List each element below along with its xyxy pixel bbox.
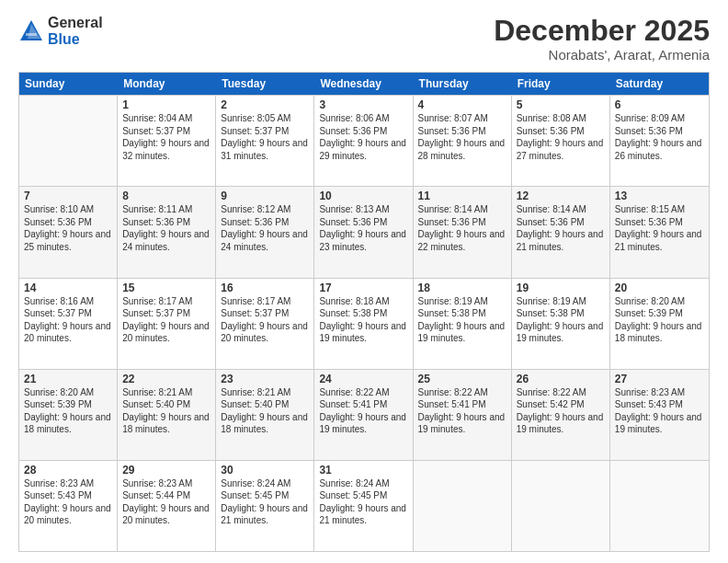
header-day-sunday: Sunday (19, 73, 118, 95)
month-year: December 2025 (494, 15, 710, 47)
cell-day-number: 18 (418, 282, 506, 294)
calendar-row-3: 21Sunrise: 8:20 AM Sunset: 5:39 PM Dayli… (19, 369, 709, 460)
cell-day-number: 21 (24, 373, 112, 385)
cell-info: Sunrise: 8:24 AM Sunset: 5:45 PM Dayligh… (221, 477, 309, 527)
day-cell-1: 1Sunrise: 8:04 AM Sunset: 5:37 PM Daylig… (118, 96, 216, 186)
cell-day-number: 11 (418, 190, 506, 202)
cell-info: Sunrise: 8:06 AM Sunset: 5:36 PM Dayligh… (319, 112, 407, 162)
cell-info: Sunrise: 8:13 AM Sunset: 5:36 PM Dayligh… (319, 203, 407, 253)
cell-day-number: 30 (221, 464, 309, 477)
day-cell-13: 13Sunrise: 8:15 AM Sunset: 5:36 PM Dayli… (610, 187, 709, 277)
svg-rect-2 (26, 33, 37, 36)
cell-info: Sunrise: 8:23 AM Sunset: 5:43 PM Dayligh… (615, 386, 704, 436)
cell-info: Sunrise: 8:05 AM Sunset: 5:37 PM Dayligh… (221, 112, 309, 162)
page-container: General Blue December 2025 Norabats', Ar… (0, 0, 728, 563)
cell-info: Sunrise: 8:09 AM Sunset: 5:36 PM Dayligh… (615, 112, 704, 162)
day-cell-17: 17Sunrise: 8:18 AM Sunset: 5:38 PM Dayli… (314, 279, 413, 369)
day-cell-5: 5Sunrise: 8:08 AM Sunset: 5:36 PM Daylig… (512, 96, 610, 186)
day-cell-11: 11Sunrise: 8:14 AM Sunset: 5:36 PM Dayli… (414, 187, 512, 277)
day-cell-15: 15Sunrise: 8:17 AM Sunset: 5:37 PM Dayli… (118, 279, 216, 369)
day-cell-12: 12Sunrise: 8:14 AM Sunset: 5:36 PM Dayli… (512, 187, 610, 277)
cell-day-number: 16 (221, 282, 309, 294)
cell-info: Sunrise: 8:21 AM Sunset: 5:40 PM Dayligh… (221, 386, 309, 436)
calendar-header: SundayMondayTuesdayWednesdayThursdayFrid… (19, 73, 709, 95)
cell-day-number: 1 (122, 98, 210, 111)
cell-info: Sunrise: 8:20 AM Sunset: 5:39 PM Dayligh… (615, 295, 704, 345)
cell-info: Sunrise: 8:08 AM Sunset: 5:36 PM Dayligh… (517, 112, 605, 162)
cell-day-number: 10 (319, 190, 407, 202)
cell-info: Sunrise: 8:18 AM Sunset: 5:38 PM Dayligh… (319, 295, 407, 345)
day-cell-25: 25Sunrise: 8:22 AM Sunset: 5:41 PM Dayli… (414, 370, 512, 460)
header-day-friday: Friday (512, 73, 610, 95)
cell-info: Sunrise: 8:17 AM Sunset: 5:37 PM Dayligh… (221, 295, 309, 345)
logo-icon (18, 18, 44, 44)
cell-info: Sunrise: 8:14 AM Sunset: 5:36 PM Dayligh… (418, 203, 506, 253)
empty-cell (610, 461, 709, 551)
logo-general: General (48, 15, 103, 31)
title-block: December 2025 Norabats', Ararat, Armenia (494, 15, 710, 63)
cell-day-number: 23 (221, 373, 309, 385)
day-cell-19: 19Sunrise: 8:19 AM Sunset: 5:38 PM Dayli… (512, 279, 610, 369)
cell-info: Sunrise: 8:04 AM Sunset: 5:37 PM Dayligh… (122, 112, 210, 162)
cell-info: Sunrise: 8:23 AM Sunset: 5:43 PM Dayligh… (24, 477, 112, 527)
day-cell-9: 9Sunrise: 8:12 AM Sunset: 5:36 PM Daylig… (216, 187, 314, 277)
day-cell-14: 14Sunrise: 8:16 AM Sunset: 5:37 PM Dayli… (19, 279, 118, 369)
cell-info: Sunrise: 8:22 AM Sunset: 5:41 PM Dayligh… (418, 386, 506, 436)
cell-day-number: 8 (122, 190, 210, 202)
day-cell-26: 26Sunrise: 8:22 AM Sunset: 5:42 PM Dayli… (512, 370, 610, 460)
header-day-thursday: Thursday (414, 73, 512, 95)
day-cell-29: 29Sunrise: 8:23 AM Sunset: 5:44 PM Dayli… (118, 461, 216, 551)
cell-info: Sunrise: 8:19 AM Sunset: 5:38 PM Dayligh… (418, 295, 506, 345)
cell-day-number: 14 (24, 282, 112, 294)
empty-cell (19, 96, 118, 186)
empty-cell (414, 461, 512, 551)
cell-day-number: 29 (122, 464, 210, 477)
calendar-body: 1Sunrise: 8:04 AM Sunset: 5:37 PM Daylig… (19, 95, 709, 551)
day-cell-3: 3Sunrise: 8:06 AM Sunset: 5:36 PM Daylig… (314, 96, 413, 186)
cell-day-number: 28 (24, 464, 112, 477)
cell-info: Sunrise: 8:23 AM Sunset: 5:44 PM Dayligh… (122, 477, 210, 527)
day-cell-21: 21Sunrise: 8:20 AM Sunset: 5:39 PM Dayli… (19, 370, 118, 460)
day-cell-27: 27Sunrise: 8:23 AM Sunset: 5:43 PM Dayli… (610, 370, 709, 460)
cell-info: Sunrise: 8:14 AM Sunset: 5:36 PM Dayligh… (517, 203, 605, 253)
cell-info: Sunrise: 8:19 AM Sunset: 5:38 PM Dayligh… (517, 295, 605, 345)
empty-cell (512, 461, 610, 551)
day-cell-8: 8Sunrise: 8:11 AM Sunset: 5:36 PM Daylig… (118, 187, 216, 277)
day-cell-4: 4Sunrise: 8:07 AM Sunset: 5:36 PM Daylig… (414, 96, 512, 186)
cell-day-number: 27 (615, 373, 704, 385)
calendar-row-2: 14Sunrise: 8:16 AM Sunset: 5:37 PM Dayli… (19, 278, 709, 369)
cell-day-number: 5 (517, 98, 605, 111)
day-cell-7: 7Sunrise: 8:10 AM Sunset: 5:36 PM Daylig… (19, 187, 118, 277)
day-cell-24: 24Sunrise: 8:22 AM Sunset: 5:41 PM Dayli… (314, 370, 413, 460)
cell-info: Sunrise: 8:17 AM Sunset: 5:37 PM Dayligh… (122, 295, 210, 345)
logo-text: General Blue (48, 15, 103, 47)
cell-info: Sunrise: 8:12 AM Sunset: 5:36 PM Dayligh… (221, 203, 309, 253)
logo: General Blue (18, 15, 103, 47)
calendar-row-4: 28Sunrise: 8:23 AM Sunset: 5:43 PM Dayli… (19, 460, 709, 551)
day-cell-2: 2Sunrise: 8:05 AM Sunset: 5:37 PM Daylig… (216, 96, 314, 186)
cell-info: Sunrise: 8:10 AM Sunset: 5:36 PM Dayligh… (24, 203, 112, 253)
header: General Blue December 2025 Norabats', Ar… (18, 15, 710, 63)
cell-info: Sunrise: 8:22 AM Sunset: 5:41 PM Dayligh… (319, 386, 407, 436)
cell-info: Sunrise: 8:20 AM Sunset: 5:39 PM Dayligh… (24, 386, 112, 436)
day-cell-30: 30Sunrise: 8:24 AM Sunset: 5:45 PM Dayli… (216, 461, 314, 551)
header-day-tuesday: Tuesday (216, 73, 314, 95)
cell-info: Sunrise: 8:15 AM Sunset: 5:36 PM Dayligh… (615, 203, 704, 253)
day-cell-16: 16Sunrise: 8:17 AM Sunset: 5:37 PM Dayli… (216, 279, 314, 369)
day-cell-20: 20Sunrise: 8:20 AM Sunset: 5:39 PM Dayli… (610, 279, 709, 369)
cell-day-number: 24 (319, 373, 407, 385)
calendar-row-1: 7Sunrise: 8:10 AM Sunset: 5:36 PM Daylig… (19, 186, 709, 277)
cell-day-number: 4 (418, 98, 506, 111)
cell-day-number: 12 (517, 190, 605, 202)
day-cell-18: 18Sunrise: 8:19 AM Sunset: 5:38 PM Dayli… (414, 279, 512, 369)
cell-day-number: 25 (418, 373, 506, 385)
cell-day-number: 6 (615, 98, 704, 111)
cell-info: Sunrise: 8:22 AM Sunset: 5:42 PM Dayligh… (517, 386, 605, 436)
cell-day-number: 9 (221, 190, 309, 202)
day-cell-22: 22Sunrise: 8:21 AM Sunset: 5:40 PM Dayli… (118, 370, 216, 460)
cell-info: Sunrise: 8:16 AM Sunset: 5:37 PM Dayligh… (24, 295, 112, 345)
cell-day-number: 20 (615, 282, 704, 294)
cell-day-number: 26 (517, 373, 605, 385)
cell-day-number: 22 (122, 373, 210, 385)
calendar-row-0: 1Sunrise: 8:04 AM Sunset: 5:37 PM Daylig… (19, 95, 709, 186)
